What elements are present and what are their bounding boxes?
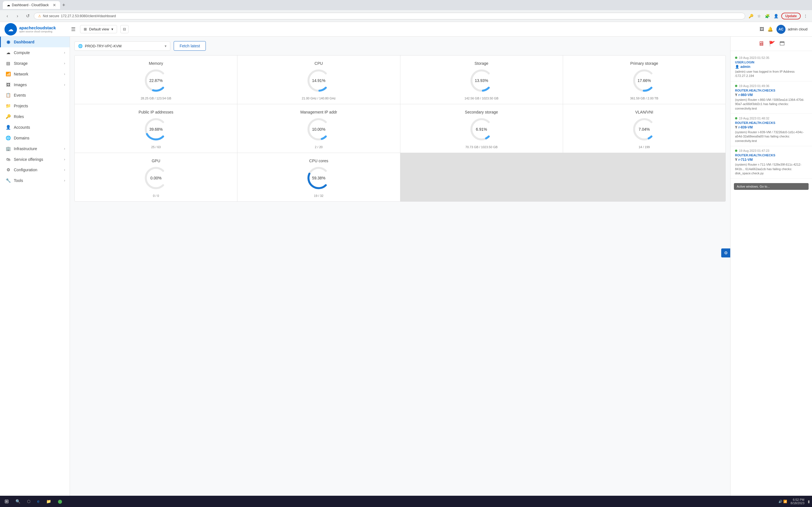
metric-title-gpu: GPU bbox=[79, 159, 233, 163]
new-tab-button[interactable]: + bbox=[62, 2, 65, 8]
sidebar-item-tools[interactable]: 🔧 Tools › bbox=[0, 175, 70, 186]
sidebar-item-domains[interactable]: 🌐 Domains bbox=[0, 133, 70, 144]
gauge-percent-secondary_storage: 6.91% bbox=[476, 127, 487, 131]
logo-text-block: apachecloudstack open source cloud compu… bbox=[19, 25, 56, 33]
taskbar-explorer-button[interactable]: 📁 bbox=[44, 498, 53, 505]
menu-button[interactable]: ⋮ bbox=[802, 13, 809, 19]
event-resource[interactable]: Y r-711-VM bbox=[735, 158, 808, 162]
dashboard-grid: Memory 22.87% 28.25 GB / 123.54 GB CPU 1… bbox=[74, 55, 726, 202]
sidebar-item-events[interactable]: 📋 Events bbox=[0, 90, 70, 101]
event-type[interactable]: ROUTER.HEALTH.CHECKS bbox=[735, 121, 808, 124]
sidebar-item-storage[interactable]: ▤ Storage › bbox=[0, 58, 70, 69]
sidebar-item-service_offerings[interactable]: 🛍 Service offerings › bbox=[0, 154, 70, 165]
events-icon: 📋 bbox=[5, 93, 11, 98]
taskbar-task-view-button[interactable]: ⬡ bbox=[25, 498, 33, 505]
taskbar-clock: 6:52 PM 8/18/2023 bbox=[791, 498, 804, 505]
sidebar-label-dashboard: Dashboard bbox=[14, 40, 65, 44]
filter-bar: 🌐 PROD-TRY-VPC-KVM ▾ Fetch latest bbox=[74, 41, 726, 51]
reload-button[interactable]: ↺ bbox=[24, 12, 32, 20]
sidebar-label-infrastructure: Infrastructure bbox=[14, 147, 61, 151]
browser-tab[interactable]: ☁ Dashboard - CloudStack ✕ bbox=[3, 1, 60, 9]
event-type[interactable]: ROUTER.HEALTH.CHECKS bbox=[735, 154, 808, 157]
metric-sub-vlan_vni: 14 / 199 bbox=[639, 145, 650, 149]
event-type[interactable]: ROUTER.HEALTH.CHECKS bbox=[735, 89, 808, 92]
show-desktop-button[interactable]: ▮ bbox=[808, 499, 810, 504]
metric-sub-storage: 142.56 GB / 1023.50 GB bbox=[464, 97, 498, 100]
sidebar-item-infrastructure[interactable]: 🏢 Infrastructure › bbox=[0, 144, 70, 154]
event-resource[interactable]: 👤 admin bbox=[735, 65, 808, 69]
taskbar-chrome-button[interactable]: ⬤ bbox=[56, 498, 64, 505]
metric-card-storage: Storage 13.93% 142.56 GB / 1023.50 GB bbox=[400, 55, 563, 104]
notifications-button[interactable]: 🔔 bbox=[767, 26, 773, 32]
start-button[interactable]: ⊞ bbox=[2, 497, 11, 506]
sidebar-item-network[interactable]: 📶 Network › bbox=[0, 69, 70, 79]
browser-chrome: ☁ Dashboard - CloudStack ✕ + bbox=[0, 0, 812, 10]
images-icon: 🖼 bbox=[5, 82, 11, 87]
metric-sub-cpu: 21.00 GHz / 140.80 GHz bbox=[302, 97, 336, 100]
metric-card-mgmt_ip: Management IP addr 10.00% 2 / 20 bbox=[238, 104, 400, 153]
sidebar-item-configuration[interactable]: ⚙ Configuration › bbox=[0, 165, 70, 175]
gauge-percent-vlan_vni: 7.04% bbox=[639, 127, 650, 131]
gallery-icon-button[interactable]: 🖼 bbox=[760, 27, 764, 32]
tab-close-button[interactable]: ✕ bbox=[53, 3, 56, 7]
event-type[interactable]: USER.LOGIN bbox=[735, 61, 808, 64]
event-resource[interactable]: Y r-860-VM bbox=[735, 93, 808, 97]
key-icon-button[interactable]: 🔑 bbox=[748, 13, 755, 19]
metric-title-cpu_cores: CPU cores bbox=[242, 159, 395, 163]
event-resource[interactable]: Y r-839-VM bbox=[735, 125, 808, 129]
settings-float-button[interactable]: ⚙ bbox=[721, 248, 730, 258]
sidebar-label-roles: Roles bbox=[14, 114, 65, 119]
monitor-icon-button[interactable]: 🗖 bbox=[779, 41, 784, 47]
metric-sub-gpu: 0 / 0 bbox=[153, 194, 159, 198]
domains-icon: 🌐 bbox=[5, 135, 11, 140]
sidebar-item-roles[interactable]: 🔑 Roles bbox=[0, 111, 70, 122]
forward-button[interactable]: › bbox=[13, 12, 21, 20]
nav-icons: 🔑 ☆ 🧩 👤 Update ⋮ bbox=[748, 13, 809, 19]
sidebar-item-accounts[interactable]: 👤 Accounts bbox=[0, 122, 70, 133]
sidebar-item-compute[interactable]: ☁ Compute › bbox=[0, 47, 70, 58]
metric-sub-primary_storage: 361.59 GB / 2.00 TB bbox=[630, 97, 658, 100]
event-item: 19 Aug 2023 01:47:23 ROUTER.HEALTH.CHECK… bbox=[730, 146, 812, 179]
sidebar-item-projects[interactable]: 📁 Projects bbox=[0, 101, 70, 111]
extensions-button[interactable]: 🧩 bbox=[764, 13, 771, 19]
sidebar-toggle-button[interactable]: ☰ bbox=[71, 26, 75, 33]
metric-card-vlan_vni: VLAN/VNI 7.04% 14 / 199 bbox=[563, 104, 725, 153]
address-bar[interactable]: ⚠ Not secure 172.27.2.53:8080/client/#/d… bbox=[34, 13, 745, 19]
taskbar-ie-button[interactable]: e bbox=[35, 498, 42, 505]
alerts-icon-button[interactable]: 🖥 bbox=[758, 40, 764, 47]
gauge-container-memory: 22.87% bbox=[143, 68, 168, 93]
roles-icon: 🔑 bbox=[5, 114, 11, 119]
service_offerings-icon: 🛍 bbox=[5, 157, 11, 162]
update-button[interactable]: Update bbox=[781, 13, 801, 19]
metric-sub-public_ip: 25 / 63 bbox=[151, 145, 161, 149]
event-desc: (admin) user has logged in from IP Addre… bbox=[735, 69, 808, 78]
taskbar-search-button[interactable]: 🔍 bbox=[13, 498, 22, 505]
chevron-icon: › bbox=[64, 179, 65, 182]
sidebar-item-dashboard[interactable]: ◉ Dashboard bbox=[0, 37, 70, 47]
event-dot bbox=[735, 117, 737, 119]
grid-view-button[interactable]: ⊟ bbox=[120, 25, 129, 33]
metric-title-mgmt_ip: Management IP addr bbox=[242, 110, 395, 114]
fetch-latest-button[interactable]: Fetch latest bbox=[174, 41, 206, 51]
event-time: 19 Aug 2023 01:47:23 bbox=[735, 149, 808, 152]
profile-button[interactable]: 👤 bbox=[772, 13, 779, 19]
metric-title-vlan_vni: VLAN/VNI bbox=[567, 110, 721, 114]
view-selector[interactable]: ⊞ Default view ▾ bbox=[80, 25, 117, 33]
back-button[interactable]: ‹ bbox=[3, 12, 11, 20]
bookmark-button[interactable]: ☆ bbox=[756, 13, 762, 19]
content-area: 🌐 PROD-TRY-VPC-KVM ▾ Fetch latest Memory… bbox=[70, 37, 730, 507]
user-area[interactable]: AC admin cloud bbox=[776, 25, 808, 34]
zone-label: PROD-TRY-VPC-KVM bbox=[85, 44, 162, 48]
dashboard-icon: ◉ bbox=[5, 40, 11, 45]
sidebar-item-images[interactable]: 🖼 Images › bbox=[0, 79, 70, 90]
router-icon: Y bbox=[735, 93, 737, 97]
zone-selector[interactable]: 🌐 PROD-TRY-VPC-KVM ▾ bbox=[74, 41, 170, 51]
gauge-percent-storage: 13.93% bbox=[475, 78, 488, 83]
chevron-icon: › bbox=[64, 158, 65, 161]
sidebar: ◉ Dashboard ☁ Compute › ▤ Storage › 📶 Ne… bbox=[0, 37, 70, 507]
storage-icon: ▤ bbox=[5, 61, 11, 66]
projects-icon: 📁 bbox=[5, 103, 11, 108]
event-time: 19 Aug 2023 01:49:36 bbox=[735, 84, 808, 88]
compute-icon: ☁ bbox=[5, 50, 11, 55]
flag-icon-button[interactable]: 🚩 bbox=[769, 41, 775, 47]
